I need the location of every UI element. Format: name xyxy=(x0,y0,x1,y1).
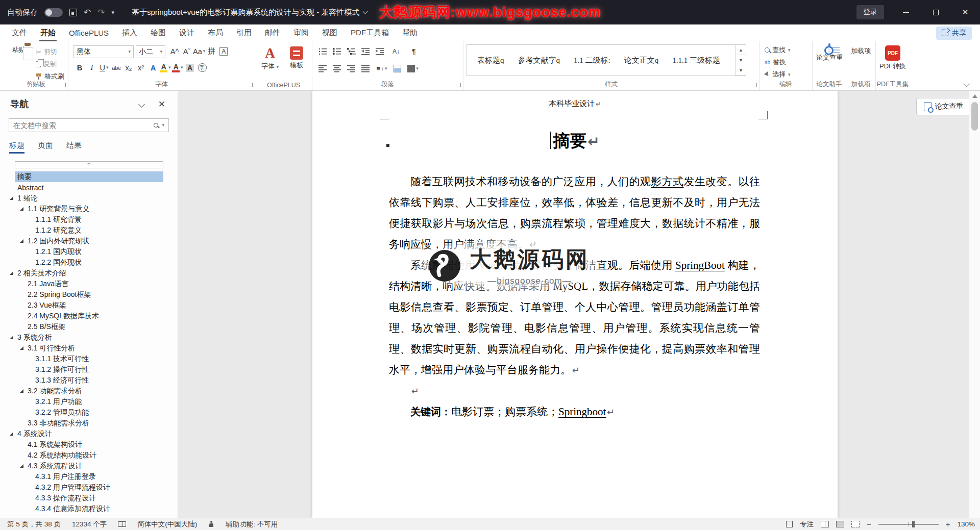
style-item[interactable]: 1.1.1 三级标题 xyxy=(672,56,720,65)
zoom-out-icon[interactable]: − xyxy=(867,520,871,528)
bullets-icon[interactable] xyxy=(318,47,327,55)
nav-item[interactable]: 4 系统设计 xyxy=(0,428,178,439)
nav-item[interactable]: 1.1.1 研究背景 xyxy=(0,214,178,225)
autosave-toggle[interactable] xyxy=(44,8,63,17)
tab-references[interactable]: 引用 xyxy=(230,24,258,41)
scrollbar-thumb[interactable] xyxy=(971,102,978,131)
nav-item[interactable]: 1.1.2 研究意义 xyxy=(0,225,178,236)
italic-button[interactable]: I xyxy=(86,62,98,73)
pdf-convert-button[interactable]: PDF PDF转换 xyxy=(878,45,907,70)
collapse-icon[interactable] xyxy=(20,346,23,350)
nav-item[interactable]: 4.3.4 信息添加流程设计 xyxy=(0,503,178,514)
nav-item[interactable]: 3.1.1 技术可行性 xyxy=(0,354,178,364)
scroll-up-icon[interactable] xyxy=(972,94,977,98)
collapse-icon[interactable] xyxy=(10,196,13,200)
save-icon[interactable] xyxy=(69,9,77,16)
character-border-button[interactable]: A xyxy=(217,45,230,57)
cut-button[interactable]: ✂剪切 xyxy=(36,47,57,57)
justify-icon[interactable] xyxy=(361,65,370,72)
nav-item[interactable]: 2.4 MySQL数据库技术 xyxy=(0,311,178,321)
phonetic-guide-button[interactable]: 拼 xyxy=(205,45,217,57)
nav-item[interactable]: 4.2 系统结构功能设计 xyxy=(0,450,178,461)
tab-layout[interactable]: 布局 xyxy=(201,24,230,41)
minimize-button[interactable] xyxy=(891,0,921,24)
paste-button[interactable]: 粘贴 ▾ xyxy=(8,44,34,54)
search-icon[interactable] xyxy=(154,123,158,128)
select-button[interactable]: 选择▾ xyxy=(765,70,791,79)
tab-design[interactable]: 设计 xyxy=(173,24,201,41)
accessibility-status[interactable]: 辅助功能: 不可用 xyxy=(226,520,278,529)
subscript-button[interactable]: x₂ xyxy=(122,62,135,73)
language-indicator[interactable]: 简体中文(中国大陆) xyxy=(137,520,197,529)
document-page[interactable]: 本科毕业设计↵ 摘要↵ 随着互联网技术和移动设备的广泛应用，人们的观影方式发生改… xyxy=(312,91,838,518)
line-spacing-button[interactable]: ≡↕▾ xyxy=(376,63,388,74)
font-family-select[interactable]: 黑体▾ xyxy=(74,45,134,58)
increase-indent-icon[interactable] xyxy=(376,47,384,55)
tab-help[interactable]: 帮助 xyxy=(396,24,424,41)
nav-item[interactable]: 2.2 Spring Boot框架 xyxy=(0,289,178,300)
nav-tab-results[interactable]: 结果 xyxy=(66,141,82,154)
read-mode-icon[interactable] xyxy=(821,521,829,527)
nav-item[interactable]: 1.2 国内外研究现状 xyxy=(0,236,178,246)
style-item[interactable]: 论文正文q xyxy=(624,56,659,65)
bold-button[interactable]: B xyxy=(74,62,86,73)
web-layout-icon[interactable] xyxy=(851,521,860,527)
nav-item[interactable]: 2 相关技术介绍 xyxy=(0,268,178,279)
font-color-button[interactable]: A▾ xyxy=(172,62,184,73)
vertical-scrollbar[interactable] xyxy=(969,91,980,518)
print-layout-icon[interactable] xyxy=(836,521,844,527)
multilevel-list-icon[interactable] xyxy=(347,47,356,55)
style-item[interactable]: 参考文献字q xyxy=(518,56,560,65)
search-input[interactable] xyxy=(13,121,154,130)
quick-access-more-icon[interactable]: ▾ xyxy=(112,10,115,15)
highlight-color-button[interactable]: A▾ xyxy=(159,62,172,73)
nav-item[interactable]: 4.3.2 用户管理流程设计 xyxy=(0,482,178,493)
styles-dialog-launcher-icon[interactable] xyxy=(752,83,757,87)
navigation-close-icon[interactable]: ✕ xyxy=(158,99,165,110)
tab-review[interactable]: 审阅 xyxy=(287,24,315,41)
nav-item[interactable]: 3.2 功能需求分析 xyxy=(0,386,178,396)
zoom-slider[interactable] xyxy=(878,524,939,525)
tab-view[interactable]: 视图 xyxy=(315,24,344,41)
gallery-down-icon[interactable]: ▼ xyxy=(736,55,746,65)
focus-label[interactable]: 专注 xyxy=(800,520,814,529)
jump-to-top-bar[interactable]: ⊤ xyxy=(15,161,163,168)
collapse-icon[interactable] xyxy=(20,207,23,211)
copy-button[interactable]: 复制 xyxy=(36,60,57,69)
nav-item[interactable]: 3.1.3 经济可行性 xyxy=(0,375,178,386)
nav-item[interactable]: 3.2.2 管理员功能 xyxy=(0,407,178,418)
document-body[interactable]: 随着互联网技术和移动设备的广泛应用，人们的观影方式发生改变。以往依靠线下购票、人… xyxy=(389,171,760,422)
collapse-icon[interactable] xyxy=(10,336,13,339)
collapse-ribbon-icon[interactable] xyxy=(963,81,970,87)
font-dialog-launcher-icon[interactable] xyxy=(248,83,253,87)
officeplus-font-button[interactable]: A 字体 ▾ xyxy=(258,45,282,70)
navigation-options-icon[interactable] xyxy=(138,101,145,108)
zoom-slider-thumb[interactable] xyxy=(912,521,915,527)
shading-icon[interactable] xyxy=(394,65,401,72)
gallery-more-icon[interactable]: ▼ xyxy=(736,65,746,75)
sort-button[interactable]: A↓ xyxy=(390,45,402,57)
tab-draw[interactable]: 绘图 xyxy=(144,24,173,41)
nav-item[interactable]: 2.1 Java语言 xyxy=(0,279,178,289)
thesis-check-floating-button[interactable]: 论文查重 xyxy=(916,98,969,115)
title-dropdown-icon[interactable] xyxy=(363,9,368,14)
share-button[interactable]: 共享 xyxy=(936,27,972,40)
thesis-check-button[interactable]: 论文查重 xyxy=(815,44,844,61)
paragraph-dialog-launcher-icon[interactable] xyxy=(456,83,461,87)
addins-button[interactable]: 加载项 xyxy=(850,45,872,55)
superscript-button[interactable]: x² xyxy=(135,62,147,73)
tab-insert[interactable]: 插入 xyxy=(115,24,144,41)
nav-item-abstract-cn[interactable]: 摘要 xyxy=(15,171,163,182)
align-center-icon[interactable] xyxy=(333,65,341,72)
borders-button[interactable]: ▾ xyxy=(407,63,419,74)
nav-item[interactable]: 2.5 B/S框架 xyxy=(0,321,178,332)
maximize-button[interactable] xyxy=(921,0,950,24)
collapse-icon[interactable] xyxy=(10,271,13,275)
tab-mailings[interactable]: 邮件 xyxy=(258,24,287,41)
nav-item[interactable]: Abstract xyxy=(0,182,178,193)
word-count[interactable]: 12334 个字 xyxy=(72,520,107,529)
collapse-icon[interactable] xyxy=(20,239,23,243)
undo-icon[interactable]: ↶ xyxy=(84,8,91,17)
collapse-icon[interactable] xyxy=(20,389,23,393)
zoom-in-icon[interactable]: + xyxy=(946,520,950,528)
